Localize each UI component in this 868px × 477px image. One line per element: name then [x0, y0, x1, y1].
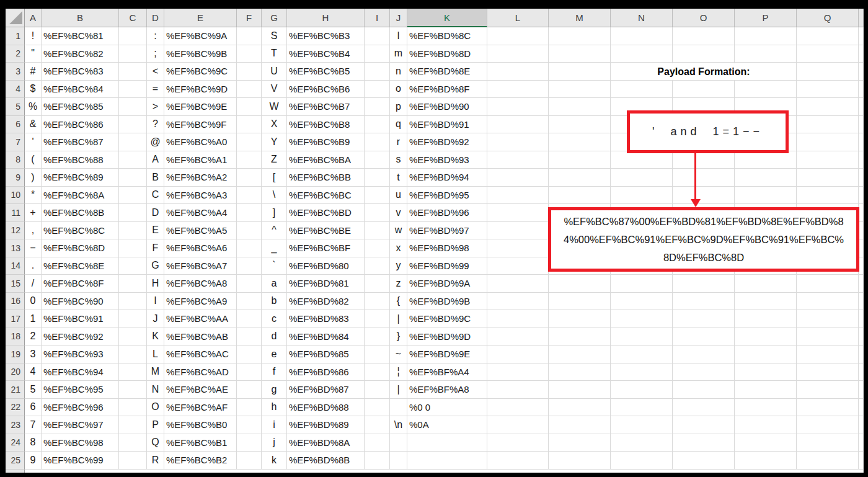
cell-e2[interactable]: %EF%BC%9B [164, 45, 237, 63]
cell-i22[interactable] [365, 399, 390, 417]
cell-l20[interactable] [487, 363, 549, 381]
cell-a10[interactable]: * [25, 187, 42, 205]
cell-d24[interactable]: Q [147, 434, 164, 452]
cell-a5[interactable]: % [25, 98, 42, 116]
cell-j2[interactable]: m [390, 45, 407, 63]
cell-m23[interactable] [549, 416, 611, 434]
cell-j24[interactable] [390, 434, 407, 452]
cell-h8[interactable]: %EF%BC%BA [287, 151, 365, 169]
row-header-2[interactable]: 2 [6, 45, 25, 63]
cell-j19[interactable]: ~ [390, 345, 407, 363]
cell-m9[interactable] [549, 169, 611, 187]
cell-l23[interactable] [487, 416, 549, 434]
cell-l7[interactable] [487, 133, 549, 151]
cell-e24[interactable]: %EF%BC%B1 [164, 434, 237, 452]
cell-i24[interactable] [365, 434, 390, 452]
column-header-i[interactable]: I [365, 9, 390, 27]
cell-g4[interactable]: V [262, 81, 287, 99]
cell-f21[interactable] [237, 381, 262, 399]
cell-g3[interactable]: U [262, 63, 287, 81]
cell-b2[interactable]: %EF%BC%82 [42, 45, 119, 63]
cell-n15[interactable] [611, 275, 673, 293]
cell-a18[interactable]: 2 [25, 328, 42, 346]
cell-f23[interactable] [237, 416, 262, 434]
cell-h11[interactable]: %EF%BC%BD [287, 204, 365, 222]
cell-m19[interactable] [549, 345, 611, 363]
cell-i21[interactable] [365, 381, 390, 399]
cell-f2[interactable] [237, 45, 262, 63]
cell-i15[interactable] [365, 275, 390, 293]
cell-k13[interactable]: %EF%BD%98 [407, 239, 487, 257]
cell-b12[interactable]: %EF%BC%8C [42, 222, 119, 240]
cell-h21[interactable]: %EF%BD%87 [287, 381, 365, 399]
cell-a6[interactable]: & [25, 116, 42, 134]
cell-f22[interactable] [237, 399, 262, 417]
cell-n22[interactable] [611, 399, 673, 417]
cell-c10[interactable] [119, 187, 147, 205]
cell-e16[interactable]: %EF%BC%A9 [164, 293, 237, 311]
cell-g8[interactable]: Z [262, 151, 287, 169]
column-header-p[interactable]: P [735, 9, 797, 27]
cell-a11[interactable]: + [25, 204, 42, 222]
cell-m7[interactable] [549, 133, 611, 151]
cell-k18[interactable]: %EF%BD%9D [407, 328, 487, 346]
cell-c22[interactable] [119, 399, 147, 417]
cell-l13[interactable] [487, 239, 549, 257]
cell-e6[interactable]: %EF%BC%9F [164, 116, 237, 134]
cell-c7[interactable] [119, 133, 147, 151]
cell-m1[interactable] [549, 27, 611, 45]
cell-i25[interactable] [365, 452, 390, 470]
cell-n8[interactable] [611, 151, 673, 169]
cell-j5[interactable]: p [390, 98, 407, 116]
cell-g14[interactable]: ` [262, 257, 287, 275]
cell-l15[interactable] [487, 275, 549, 293]
cell-b3[interactable]: %EF%BC%83 [42, 63, 119, 81]
cell-g23[interactable]: i [262, 416, 287, 434]
cell-a19[interactable]: 3 [25, 345, 42, 363]
cell-f8[interactable] [237, 151, 262, 169]
cell-f19[interactable] [237, 345, 262, 363]
cell-d10[interactable]: C [147, 187, 164, 205]
cell-m4[interactable] [549, 81, 611, 99]
cell-a8[interactable]: ( [25, 151, 42, 169]
cell-j1[interactable]: l [390, 27, 407, 45]
cell-q6[interactable] [797, 116, 859, 134]
cell-g19[interactable]: e [262, 345, 287, 363]
cell-o20[interactable] [673, 363, 735, 381]
cell-h2[interactable]: %EF%BC%B4 [287, 45, 365, 63]
cell-m8[interactable] [549, 151, 611, 169]
cell-n25[interactable] [611, 452, 673, 470]
cell-q7[interactable] [797, 133, 859, 151]
cell-b15[interactable]: %EF%BC%8F [42, 275, 119, 293]
cell-p1[interactable] [735, 27, 797, 45]
cell-h7[interactable]: %EF%BC%B9 [287, 133, 365, 151]
row-header-13[interactable]: 13 [6, 239, 25, 257]
cell-p16[interactable] [735, 293, 797, 311]
cell-n2[interactable] [611, 45, 673, 63]
cell-o19[interactable] [673, 345, 735, 363]
cell-f11[interactable] [237, 204, 262, 222]
cell-b19[interactable]: %EF%BC%93 [42, 345, 119, 363]
cell-i16[interactable] [365, 293, 390, 311]
cell-b13[interactable]: %EF%BC%8D [42, 239, 119, 257]
cell-o9[interactable] [673, 169, 735, 187]
cell-e14[interactable]: %EF%BC%A7 [164, 257, 237, 275]
cell-q21[interactable] [797, 381, 859, 399]
cell-i5[interactable] [365, 98, 390, 116]
cell-j14[interactable]: y [390, 257, 407, 275]
cell-d3[interactable]: < [147, 63, 164, 81]
cell-c21[interactable] [119, 381, 147, 399]
cell-n16[interactable] [611, 293, 673, 311]
cell-f24[interactable] [237, 434, 262, 452]
cell-i19[interactable] [365, 345, 390, 363]
cell-l11[interactable] [487, 204, 549, 222]
cell-a23[interactable]: 7 [25, 416, 42, 434]
column-header-a[interactable]: A [25, 9, 42, 27]
row-header-15[interactable]: 15 [6, 275, 25, 293]
cell-i1[interactable] [365, 27, 390, 45]
cell-c1[interactable] [119, 27, 147, 45]
row-header-25[interactable]: 25 [6, 452, 25, 470]
row-header-18[interactable]: 18 [6, 328, 25, 346]
cell-h15[interactable]: %EF%BD%81 [287, 275, 365, 293]
row-header-1[interactable]: 1 [6, 27, 25, 45]
